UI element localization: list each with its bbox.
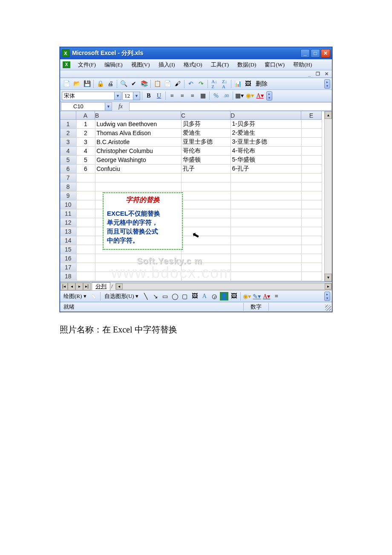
line-icon[interactable]: ╲	[141, 292, 150, 301]
undo-icon[interactable]: ↶	[186, 79, 196, 89]
cell[interactable]: 5-华盛顿	[231, 156, 301, 165]
row-header[interactable]: 5	[60, 156, 76, 165]
cell[interactable]	[76, 227, 95, 236]
cell[interactable]	[301, 254, 322, 263]
spelling-icon[interactable]: ✔	[129, 79, 138, 89]
doc-restore-button[interactable]: ❐	[315, 71, 321, 77]
cell[interactable]	[231, 263, 301, 272]
permission-icon[interactable]: 🔒	[95, 79, 105, 89]
font-color-icon[interactable]: A▾	[262, 292, 271, 301]
row-header[interactable]: 7	[60, 173, 76, 182]
font-size-combo[interactable]: 12 ▼	[122, 92, 140, 100]
cell[interactable]	[181, 254, 231, 263]
cell[interactable]	[231, 191, 301, 200]
cell[interactable]	[301, 147, 322, 156]
menu-format[interactable]: 格式(O)	[179, 60, 207, 69]
cell[interactable]	[76, 209, 95, 218]
doc-close-button[interactable]: ✕	[323, 71, 329, 77]
cell[interactable]	[76, 254, 95, 263]
research-icon[interactable]: 📚	[139, 79, 149, 89]
font-color-icon[interactable]: A▾	[255, 91, 265, 101]
sheet-tab[interactable]: 分列	[92, 282, 110, 290]
fill-color-icon[interactable]: ◉▾	[245, 91, 254, 101]
cell[interactable]	[231, 218, 301, 227]
cell[interactable]: 亚里士多德	[181, 138, 231, 147]
cell[interactable]	[231, 245, 301, 254]
doc-minimize-button[interactable]: _	[306, 71, 312, 77]
cell[interactable]: 华盛顿	[181, 156, 231, 165]
cell[interactable]	[95, 173, 181, 182]
cell[interactable]	[181, 200, 231, 209]
row-header[interactable]: 13	[60, 227, 76, 236]
cell[interactable]	[181, 173, 231, 182]
menu-view[interactable]: 视图(V)	[127, 60, 154, 69]
cell[interactable]	[231, 272, 301, 281]
cell[interactable]: Christopher Columbu	[95, 147, 181, 156]
oval-icon[interactable]: ◯	[171, 292, 179, 301]
select-objects-icon[interactable]: ⬉	[89, 292, 98, 301]
horizontal-scrollbar[interactable]: ◂ ▸	[115, 283, 332, 290]
open-icon[interactable]: 📂	[72, 79, 81, 89]
resize-grip-icon[interactable]	[325, 305, 331, 311]
row-header[interactable]: 11	[60, 209, 76, 218]
select-all-corner[interactable]	[60, 111, 76, 120]
cell[interactable]: 爱迪生	[181, 129, 231, 138]
cell[interactable]	[181, 182, 231, 191]
line-color-icon[interactable]: ✎▾	[253, 292, 261, 301]
cell[interactable]	[301, 236, 322, 245]
cell[interactable]	[301, 218, 322, 227]
scroll-left-icon[interactable]: ◂	[116, 283, 123, 289]
cell[interactable]	[301, 156, 322, 165]
row-header[interactable]: 17	[60, 263, 76, 272]
cell[interactable]: George Washingto	[95, 156, 181, 165]
bold-icon[interactable]: B	[144, 91, 153, 101]
insert-from-file-icon[interactable]: 🖼	[230, 292, 238, 301]
cell[interactable]	[231, 173, 301, 182]
cell[interactable]	[231, 254, 301, 263]
scroll-up-icon[interactable]: ▴	[325, 111, 332, 119]
workbook-icon[interactable]: X	[63, 61, 70, 68]
cell[interactable]: 6	[76, 165, 95, 173]
new-icon[interactable]: 📄	[62, 79, 71, 89]
cell[interactable]: 孔子	[181, 165, 231, 173]
row-header[interactable]: 6	[60, 165, 76, 173]
cell[interactable]	[301, 182, 322, 191]
cell[interactable]	[181, 263, 231, 272]
format-painter-icon[interactable]: 🖌	[173, 79, 182, 89]
tab-first-icon[interactable]: |◂	[60, 283, 68, 290]
toolbar-options-icon[interactable]: ▸▾	[266, 91, 272, 101]
cell[interactable]	[181, 245, 231, 254]
cell[interactable]	[76, 218, 95, 227]
cell[interactable]: 3	[76, 138, 95, 147]
cell[interactable]	[95, 182, 181, 191]
align-right-icon[interactable]: ≡	[188, 91, 197, 101]
close-button[interactable]: ✕	[321, 49, 330, 58]
cell[interactable]	[301, 272, 322, 281]
menu-data[interactable]: 数据(D)	[233, 60, 260, 69]
formula-input[interactable]	[129, 102, 332, 111]
cell[interactable]	[95, 272, 181, 281]
tab-next-icon[interactable]: ▸	[75, 283, 83, 290]
menu-file[interactable]: 文件(F)	[74, 60, 100, 69]
drawing-icon[interactable]: 🖼	[243, 79, 253, 89]
toolbar-options-icon[interactable]: ▸▾	[324, 292, 330, 301]
fill-color-icon[interactable]: ◉▾	[243, 292, 251, 301]
cell[interactable]: B.C.Aristotle	[95, 138, 181, 147]
col-header-A[interactable]: A	[76, 111, 95, 120]
row-header[interactable]: 12	[60, 218, 76, 227]
cell[interactable]	[76, 191, 95, 200]
cell[interactable]	[181, 272, 231, 281]
cell[interactable]	[301, 263, 322, 272]
cell[interactable]	[301, 138, 322, 147]
increase-decimal-icon[interactable]: .00	[222, 91, 231, 101]
line-style-icon[interactable]: ≡	[272, 292, 281, 301]
delete-button[interactable]: 删除	[254, 79, 270, 89]
cell[interactable]	[301, 209, 322, 218]
row-header[interactable]: 10	[60, 200, 76, 209]
percent-icon[interactable]: %	[211, 91, 221, 101]
menu-window[interactable]: 窗口(W)	[260, 60, 289, 69]
row-header[interactable]: 14	[60, 236, 76, 245]
cell[interactable]: 4-哥伦布	[231, 147, 301, 156]
chart-icon[interactable]: 📊	[233, 79, 242, 89]
font-name-combo[interactable]: 宋体 ▼	[62, 92, 121, 100]
